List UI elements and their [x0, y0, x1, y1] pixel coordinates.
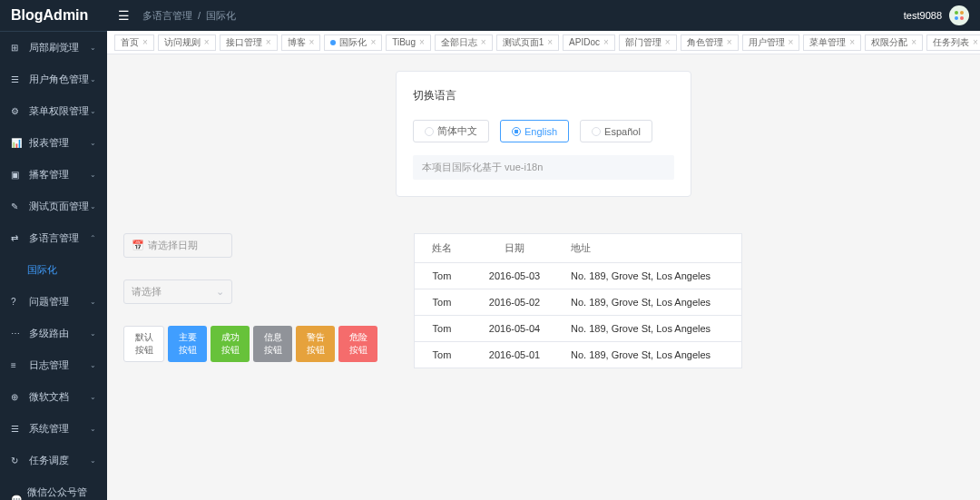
close-icon[interactable]: ×: [266, 37, 271, 47]
option-label: English: [524, 126, 557, 137]
sidebar-item[interactable]: ☰用户角色管理⌄: [0, 64, 107, 95]
app-logo: BlogAdmin: [0, 0, 107, 32]
hamburger-icon[interactable]: ☰: [118, 8, 130, 23]
svg-point-1: [960, 11, 964, 15]
warning-button[interactable]: 警告按钮: [296, 326, 335, 362]
close-icon[interactable]: ×: [789, 37, 794, 47]
option-label: 简体中文: [437, 124, 477, 138]
info-button[interactable]: 信息按钮: [253, 326, 292, 362]
primary-button[interactable]: 主要按钮: [168, 326, 207, 362]
chevron-down-icon: ⌄: [90, 75, 96, 83]
chevron-down-icon: ⌄: [90, 44, 96, 52]
sidebar-item[interactable]: ↻任务调度⌄: [0, 445, 107, 476]
sidebar-item[interactable]: 📊报表管理⌄: [0, 127, 107, 159]
table-row[interactable]: Tom2016-05-03No. 189, Grove St, Los Ange…: [415, 263, 741, 289]
chevron-down-icon: ⌄: [90, 171, 96, 179]
header-bar: ☰ 多语言管理 / 国际化 test9088: [107, 0, 980, 31]
tab[interactable]: 国际化×: [324, 34, 382, 51]
close-icon[interactable]: ×: [547, 37, 553, 47]
date-picker[interactable]: 📅 请选择日期: [123, 233, 232, 258]
table-row[interactable]: Tom2016-05-02No. 189, Grove St, Los Ange…: [415, 289, 741, 316]
menu-icon: 💬: [11, 495, 22, 501]
close-icon[interactable]: ×: [481, 37, 486, 47]
sidebar-item[interactable]: ✎测试页面管理⌄: [0, 191, 107, 222]
tab-label: 访问规则: [164, 36, 201, 49]
tab[interactable]: 菜单管理×: [803, 34, 861, 51]
chevron-down-icon: ⌄: [90, 495, 96, 501]
close-icon[interactable]: ×: [973, 37, 978, 47]
tab[interactable]: 博客×: [281, 34, 321, 51]
col-header-date: 日期: [469, 234, 560, 262]
sidebar-item[interactable]: ≡日志管理⌄: [0, 349, 107, 381]
sidebar-item[interactable]: ⇄多语言管理⌃: [0, 222, 107, 254]
breadcrumb-current: 国际化: [206, 9, 236, 23]
tab[interactable]: TiBug×: [386, 34, 431, 51]
cell-name: Tom: [415, 342, 469, 368]
tab[interactable]: 全部日志×: [435, 34, 493, 51]
menu-icon: ⊕: [11, 392, 24, 402]
tab[interactable]: 测试页面1×: [496, 34, 559, 51]
menu-icon: ✎: [11, 201, 24, 211]
sidebar-item[interactable]: ⚙菜单权限管理⌄: [0, 95, 107, 127]
chevron-down-icon: ⌃: [90, 234, 96, 242]
danger-button[interactable]: 危险按钮: [338, 326, 377, 362]
close-icon[interactable]: ×: [665, 37, 671, 47]
language-card: 切换语言 简体中文EnglishEspañol 本项目国际化基于 vue-i18…: [396, 71, 691, 197]
sidebar-item[interactable]: ⊕微软文档⌄: [0, 381, 107, 413]
sidebar-item[interactable]: ⋯多级路由⌄: [0, 318, 107, 349]
tab[interactable]: 访问规则×: [158, 34, 216, 51]
select-dropdown[interactable]: 请选择 ⌄: [123, 279, 232, 304]
language-option[interactable]: English: [500, 120, 569, 142]
tab[interactable]: 首页×: [114, 34, 154, 51]
close-icon[interactable]: ×: [911, 37, 916, 47]
sidebar-item-label: 测试页面管理: [29, 200, 89, 213]
cell-address: No. 189, Grove St, Los Angeles: [560, 316, 741, 341]
sidebar-item[interactable]: ☰系统管理⌄: [0, 413, 107, 445]
sidebar-item[interactable]: ⊞局部刷觉理⌄: [0, 32, 107, 64]
sidebar-item-label: 任务调度: [29, 454, 69, 467]
sidebar-item[interactable]: ▣播客管理⌄: [0, 159, 107, 191]
default-button[interactable]: 默认按钮: [123, 326, 164, 362]
tab[interactable]: APIDoc×: [563, 34, 615, 51]
sidebar-item-label: 微软文档: [29, 390, 69, 404]
close-icon[interactable]: ×: [370, 37, 376, 47]
close-icon[interactable]: ×: [204, 37, 210, 47]
breadcrumb-parent[interactable]: 多语言管理: [142, 9, 192, 23]
col-header-address: 地址: [560, 234, 741, 262]
cell-date: 2016-05-03: [469, 263, 560, 289]
close-icon[interactable]: ×: [309, 37, 315, 47]
chevron-down-icon: ⌄: [90, 361, 96, 369]
tab[interactable]: 任务列表×: [926, 34, 980, 51]
username-label[interactable]: test9088: [904, 10, 942, 21]
tab[interactable]: 权限分配×: [865, 34, 923, 51]
sidebar-subitem[interactable]: 国际化: [0, 254, 107, 286]
language-option[interactable]: Español: [580, 120, 652, 142]
tab-label: TiBug: [392, 37, 416, 47]
close-icon[interactable]: ×: [727, 37, 732, 47]
sidebar-item-label: 播客管理: [29, 168, 69, 181]
sidebar-item[interactable]: ?问题管理⌄: [0, 286, 107, 318]
i18n-note: 本项目国际化基于 vue-i18n: [413, 155, 674, 180]
success-button[interactable]: 成功按钮: [211, 326, 250, 362]
radio-icon: [512, 127, 521, 136]
close-icon[interactable]: ×: [419, 37, 425, 47]
sidebar-item[interactable]: 💬微信公众号管理⌄: [0, 476, 107, 500]
tab-label: 全部日志: [441, 36, 477, 49]
tab-label: 接口管理: [226, 36, 262, 49]
table-row[interactable]: Tom2016-05-01No. 189, Grove St, Los Ange…: [415, 342, 741, 368]
language-option[interactable]: 简体中文: [413, 120, 489, 142]
tabs-bar: 首页×访问规则×接口管理×博客×国际化×TiBug×全部日志×测试页面1×API…: [107, 31, 980, 54]
avatar[interactable]: [949, 5, 969, 25]
tab-label: 首页: [121, 36, 139, 49]
close-icon[interactable]: ×: [142, 37, 148, 47]
close-icon[interactable]: ×: [849, 37, 855, 47]
tab[interactable]: 角色管理×: [681, 34, 739, 51]
menu-icon: ⇄: [11, 233, 24, 243]
tab[interactable]: 部门管理×: [619, 34, 677, 51]
select-placeholder: 请选择: [132, 285, 162, 299]
chevron-down-icon: ⌄: [90, 107, 96, 115]
tab[interactable]: 用户管理×: [742, 34, 800, 51]
close-icon[interactable]: ×: [603, 37, 609, 47]
tab[interactable]: 接口管理×: [220, 34, 278, 51]
table-row[interactable]: Tom2016-05-04No. 189, Grove St, Los Ange…: [415, 316, 741, 342]
